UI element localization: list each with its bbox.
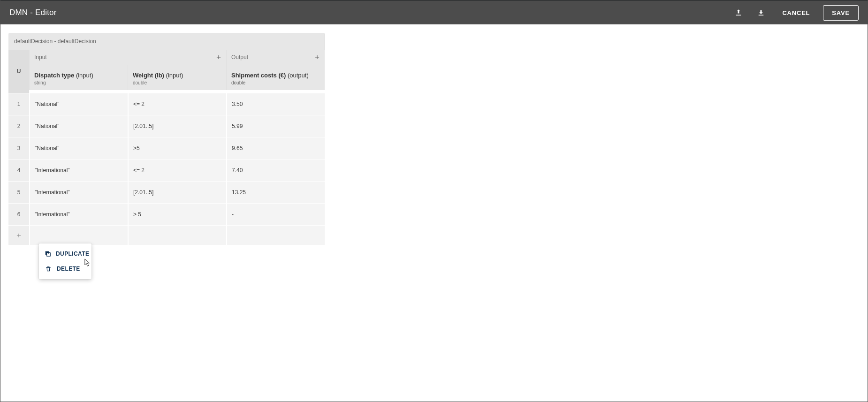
context-menu-delete-label: DELETE <box>57 265 80 272</box>
rule-output-cell[interactable]: 13.25 <box>226 181 325 203</box>
rule-input-cell[interactable]: "National" <box>29 93 128 115</box>
rule-output-cell[interactable]: - <box>226 203 325 225</box>
decision-title[interactable]: defaultDecision - defaultDecision <box>8 33 325 50</box>
column-type: double <box>231 80 320 85</box>
hit-policy-value: U <box>17 68 21 75</box>
app-topbar: DMN - Editor CANCEL SAVE <box>0 1 868 24</box>
svg-rect-1 <box>47 253 51 257</box>
context-menu-duplicate-label: DUPLICATE <box>56 250 89 257</box>
row-context-menu: DUPLICATE DELETE <box>39 243 91 279</box>
add-rule-row <box>8 225 325 245</box>
empty-cell <box>128 225 226 245</box>
plus-icon <box>314 54 320 61</box>
row-index-cell[interactable]: 1 <box>8 93 29 115</box>
table-row[interactable]: 1"National"<= 23.50 <box>8 93 325 115</box>
rule-input-cell[interactable]: >5 <box>128 137 226 159</box>
rule-input-cell[interactable]: "National" <box>29 115 128 137</box>
upload-button[interactable] <box>731 5 746 21</box>
rule-input-cell[interactable]: "International" <box>29 181 128 203</box>
add-rule-button[interactable] <box>8 225 29 245</box>
rule-input-cell[interactable]: "International" <box>29 203 128 225</box>
decision-table: defaultDecision - defaultDecision U Inpu… <box>8 33 325 245</box>
output-group-header: Output <box>226 50 325 65</box>
rule-input-cell[interactable]: "National" <box>29 137 128 159</box>
column-type: string <box>34 80 123 85</box>
table-row[interactable]: 3"National">59.65 <box>8 137 325 159</box>
download-button[interactable] <box>753 5 769 21</box>
context-menu-delete[interactable]: DELETE <box>39 261 91 276</box>
table-row[interactable]: 5"International"[2.01..5]13.25 <box>8 181 325 203</box>
save-button[interactable]: SAVE <box>823 5 859 21</box>
column-suffix: (input) <box>76 72 93 79</box>
cancel-button[interactable]: CANCEL <box>776 6 816 20</box>
column-suffix: (output) <box>288 72 309 79</box>
add-input-column-button[interactable] <box>214 53 223 62</box>
add-output-column-button[interactable] <box>312 53 322 62</box>
app-title: DMN - Editor <box>9 8 57 17</box>
table-row[interactable]: 2"National"[2.01..5]5.99 <box>8 115 325 137</box>
rule-output-cell[interactable]: 3.50 <box>226 93 325 115</box>
row-index-cell[interactable]: 3 <box>8 137 29 159</box>
column-name: Dispatch type <box>34 72 74 79</box>
table-row[interactable]: 6"International"> 5- <box>8 203 325 225</box>
hit-policy-cell[interactable]: U <box>8 50 29 93</box>
row-index-cell[interactable]: 4 <box>8 159 29 181</box>
duplicate-icon <box>45 250 51 258</box>
empty-cell <box>226 225 325 245</box>
column-suffix: (input) <box>166 72 183 79</box>
rule-output-cell[interactable]: 9.65 <box>226 137 325 159</box>
rule-output-cell[interactable]: 5.99 <box>226 115 325 137</box>
column-type: double <box>133 80 221 85</box>
column-name: Shipment costs (€) <box>231 72 286 79</box>
column-name: Weight (lb) <box>133 72 164 79</box>
column-header-output-1[interactable]: Shipment costs (€) (output) double <box>226 65 325 90</box>
output-group-label: Output <box>231 54 248 61</box>
rule-input-cell[interactable]: > 5 <box>128 203 226 225</box>
table-row[interactable]: 4"International"<= 27.40 <box>8 159 325 181</box>
context-menu-duplicate[interactable]: DUPLICATE <box>39 246 91 261</box>
column-header-input-2[interactable]: Weight (lb) (input) double <box>128 65 226 90</box>
plus-icon <box>215 54 222 61</box>
rule-input-cell[interactable]: <= 2 <box>128 159 226 181</box>
rule-input-cell[interactable]: <= 2 <box>128 93 226 115</box>
row-index-cell[interactable]: 5 <box>8 181 29 203</box>
plus-icon <box>15 232 22 239</box>
rule-input-cell[interactable]: [2.01..5] <box>128 181 226 203</box>
rule-input-cell[interactable]: [2.01..5] <box>128 115 226 137</box>
column-header-input-1[interactable]: Dispatch type (input) string <box>29 65 128 90</box>
empty-cell <box>29 225 128 245</box>
upload-icon <box>734 8 743 17</box>
download-icon <box>757 8 765 17</box>
rule-input-cell[interactable]: "International" <box>29 159 128 181</box>
trash-icon <box>45 265 52 273</box>
input-group-label: Input <box>34 54 47 61</box>
row-index-cell[interactable]: 2 <box>8 115 29 137</box>
row-index-cell[interactable]: 6 <box>8 203 29 225</box>
input-group-header: Input <box>29 50 226 65</box>
rule-output-cell[interactable]: 7.40 <box>226 159 325 181</box>
